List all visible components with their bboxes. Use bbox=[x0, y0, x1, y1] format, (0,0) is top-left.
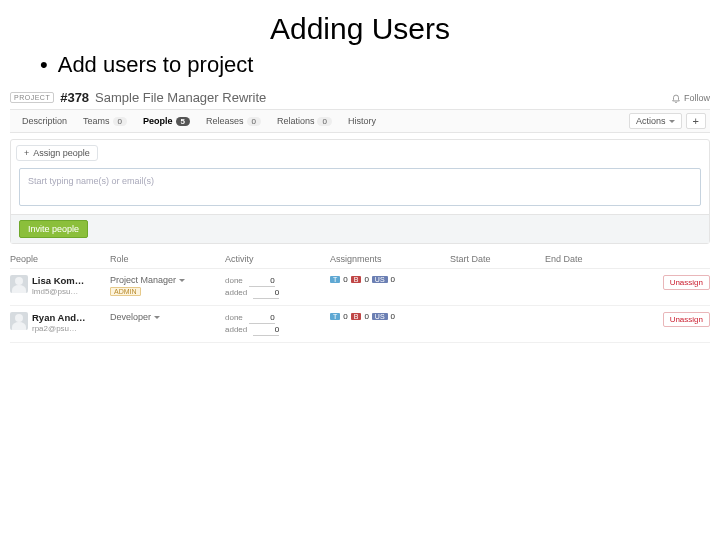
task-tag: T bbox=[330, 276, 340, 283]
col-role: Role bbox=[110, 254, 225, 264]
assignments-cell: T0 B0 US0 bbox=[330, 275, 450, 284]
story-tag: US bbox=[372, 276, 388, 283]
col-assignments: Assignments bbox=[330, 254, 450, 264]
avatar bbox=[10, 312, 28, 330]
table-row: Lisa Kom… lmd5@psu… Project Manager ADMI… bbox=[10, 269, 710, 306]
people-table-header: People Role Activity Assignments Start D… bbox=[10, 250, 710, 269]
project-tag: PROJECT bbox=[10, 92, 54, 103]
avatar bbox=[10, 275, 28, 293]
task-tag: T bbox=[330, 313, 340, 320]
caret-down-icon bbox=[669, 120, 675, 126]
tab-description[interactable]: Description bbox=[14, 113, 75, 129]
project-header: PROJECT #378 Sample File Manager Rewrite… bbox=[10, 86, 710, 109]
role-dropdown[interactable]: Developer bbox=[110, 312, 225, 322]
activity-cell: done0 added0 bbox=[225, 312, 330, 336]
col-end: End Date bbox=[545, 254, 710, 264]
tab-history[interactable]: History bbox=[340, 113, 384, 129]
activity-cell: done0 added0 bbox=[225, 275, 330, 299]
app-screenshot: PROJECT #378 Sample File Manager Rewrite… bbox=[0, 86, 720, 343]
tab-teams[interactable]: Teams0 bbox=[75, 113, 135, 129]
invite-people-button[interactable]: Invite people bbox=[19, 220, 88, 238]
admin-badge: ADMIN bbox=[110, 287, 141, 296]
assign-people-button[interactable]: + Assign people bbox=[16, 145, 98, 161]
person-name[interactable]: Lisa Kom… bbox=[32, 275, 84, 286]
people-search-input[interactable] bbox=[28, 176, 692, 186]
col-people: People bbox=[10, 254, 110, 264]
assign-panel: + Assign people Invite people bbox=[10, 139, 710, 244]
tab-relations[interactable]: Relations0 bbox=[269, 113, 340, 129]
assignments-cell: T0 B0 US0 bbox=[330, 312, 450, 321]
person-email: lmd5@psu… bbox=[32, 287, 78, 296]
person-name[interactable]: Ryan And… bbox=[32, 312, 85, 323]
bug-tag: B bbox=[351, 276, 362, 283]
bell-icon bbox=[671, 93, 681, 103]
slide-bullet: Add users to project bbox=[0, 52, 720, 86]
col-start: Start Date bbox=[450, 254, 545, 264]
slide-title: Adding Users bbox=[0, 0, 720, 52]
ticket-title: Sample File Manager Rewrite bbox=[95, 90, 266, 105]
actions-dropdown[interactable]: Actions bbox=[629, 113, 682, 129]
unassign-button[interactable]: Unassign bbox=[663, 312, 710, 327]
people-search-box[interactable] bbox=[19, 168, 701, 206]
follow-label: Follow bbox=[684, 93, 710, 103]
caret-down-icon bbox=[154, 316, 160, 322]
tabs-row: Description Teams0 People5 Releases0 Rel… bbox=[10, 109, 710, 133]
table-row: Ryan And… rpa2@psu… Developer done0 adde… bbox=[10, 306, 710, 343]
add-button[interactable]: + bbox=[686, 113, 706, 129]
role-dropdown[interactable]: Project Manager bbox=[110, 275, 225, 285]
story-tag: US bbox=[372, 313, 388, 320]
tab-people[interactable]: People5 bbox=[135, 113, 198, 129]
plus-icon: + bbox=[24, 148, 29, 158]
caret-down-icon bbox=[179, 279, 185, 285]
bug-tag: B bbox=[351, 313, 362, 320]
person-email: rpa2@psu… bbox=[32, 324, 77, 333]
follow-button[interactable]: Follow bbox=[671, 93, 710, 103]
tab-releases[interactable]: Releases0 bbox=[198, 113, 269, 129]
col-activity: Activity bbox=[225, 254, 330, 264]
ticket-id: #378 bbox=[60, 90, 89, 105]
unassign-button[interactable]: Unassign bbox=[663, 275, 710, 290]
